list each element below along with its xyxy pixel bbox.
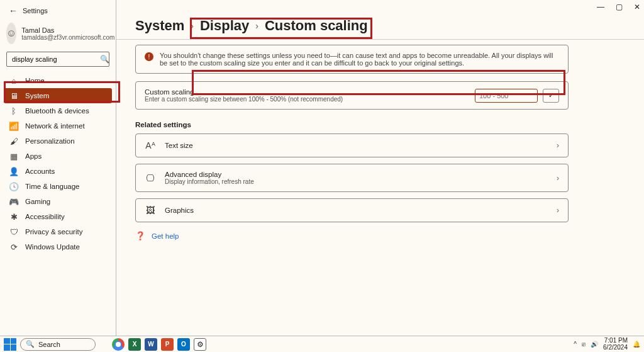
sidebar-item-apps[interactable]: ▦Apps (4, 149, 112, 164)
taskbar-time: 7:01 PM (604, 338, 628, 344)
taskbar-excel-icon[interactable]: X (128, 338, 141, 351)
nav-label: Windows Update (25, 243, 80, 251)
nav-icon: 👤 (9, 167, 19, 176)
related-title: Advanced display (165, 171, 548, 178)
custom-scaling-card: Custom scaling Enter a custom scaling si… (135, 81, 569, 110)
warning-text: You shouldn't change these settings unle… (160, 52, 559, 67)
breadcrumb-custom-scaling: Custom scaling (265, 18, 368, 34)
search-icon: 🔍 (26, 340, 35, 348)
tray-display-icon[interactable]: ⎚ (582, 341, 586, 348)
nav-label: Home (25, 77, 45, 84)
nav-label: Privacy & security (25, 228, 82, 236)
nav-icon: 📶 (9, 122, 19, 131)
search-input[interactable] (11, 55, 100, 64)
search-input-wrapper[interactable]: 🔍 (6, 52, 109, 67)
taskbar-date: 6/2/2024 (603, 344, 628, 351)
nav-icon: 🖌 (9, 137, 19, 146)
nav-icon: ⟳ (9, 242, 19, 252)
related-icon: 🖼 (145, 205, 156, 215)
sidebar-item-network-internet[interactable]: 📶Network & internet (4, 118, 112, 133)
nav-label: Network & internet (25, 122, 85, 130)
back-button[interactable]: ← (9, 6, 18, 16)
taskbar-search-label: Search (38, 341, 60, 348)
sidebar-item-privacy-security[interactable]: 🛡Privacy & security (4, 224, 112, 239)
taskbar-outlook-icon[interactable]: O (177, 338, 190, 351)
chevron-right-icon: › (557, 206, 559, 215)
avatar: ☺ (6, 23, 16, 44)
main-panel: — ▢ ✕ System › Display › Custom scaling … (116, 0, 644, 336)
sidebar: ← Settings ☺ Tamal Das tamaldas@zf3vr.on… (0, 0, 116, 336)
nav-icon: ᛒ (9, 106, 19, 116)
related-title: Text size (165, 142, 548, 149)
minimize-button[interactable]: — (597, 3, 604, 11)
related-title: Graphics (165, 207, 548, 214)
related-icon: Aᴬ (145, 140, 156, 150)
window-title: Settings (23, 7, 48, 14)
nav-label: Personalization (25, 137, 75, 145)
get-help-link[interactable]: Get help (152, 232, 179, 240)
taskbar-word-icon[interactable]: W (145, 338, 157, 351)
user-account[interactable]: ☺ Tamal Das tamaldas@zf3vr.onmicrosoft.c… (0, 18, 116, 52)
related-graphics[interactable]: 🖼Graphics› (135, 198, 569, 222)
close-button[interactable]: ✕ (634, 3, 640, 11)
sidebar-item-gaming[interactable]: 🎮Gaming (4, 194, 112, 209)
taskbar: 🔍 Search X W P O ⚙ ^ ⎚ 🔊 7:01 PM 6/2/202… (0, 336, 644, 352)
custom-scaling-title: Custom scaling (145, 88, 343, 96)
breadcrumb-display[interactable]: Display (200, 18, 249, 34)
start-button[interactable] (4, 338, 16, 351)
chevron-right-icon: › (255, 21, 258, 31)
nav-icon: ▦ (9, 152, 19, 161)
taskbar-chrome-icon[interactable] (112, 338, 125, 351)
sidebar-item-home[interactable]: ⌂Home (4, 73, 112, 88)
taskbar-settings-icon[interactable]: ⚙ (194, 338, 206, 351)
sidebar-item-accessibility[interactable]: ✱Accessibility (4, 209, 112, 224)
related-text-size[interactable]: AᴬText size› (135, 133, 569, 157)
nav-label: Time & language (25, 183, 80, 190)
search-icon: 🔍 (100, 55, 109, 64)
warning-icon: ! (145, 52, 153, 61)
nav-label: Accounts (25, 167, 55, 175)
sidebar-item-windows-update[interactable]: ⟳Windows Update (4, 239, 112, 254)
nav-icon: ✱ (9, 212, 19, 222)
nav-icon: 🛡 (9, 227, 19, 237)
user-name: Tamal Das (21, 26, 114, 34)
tray-notifications-icon[interactable]: 🔔 (633, 341, 640, 348)
breadcrumb-system[interactable]: System (135, 18, 184, 34)
taskbar-search[interactable]: 🔍 Search (20, 338, 96, 351)
breadcrumb: System › Display › Custom scaling (135, 18, 631, 34)
chevron-right-icon: › (557, 141, 559, 150)
nav-label: Apps (25, 152, 42, 160)
nav-label: Gaming (25, 198, 50, 205)
custom-scaling-input[interactable] (475, 89, 538, 103)
sidebar-item-accounts[interactable]: 👤Accounts (4, 164, 112, 179)
apply-button[interactable]: ✓ (543, 89, 559, 103)
related-advanced-display[interactable]: 🖵Advanced displayDisplay information, re… (135, 164, 569, 192)
sidebar-item-personalization[interactable]: 🖌Personalization (4, 133, 112, 149)
nav-label: Accessibility (25, 213, 65, 220)
related-subtitle: Display information, refresh rate (165, 178, 548, 185)
chevron-right-icon: › (557, 174, 559, 183)
nav-list: ⌂Home🖥SystemᛒBluetooth & devices📶Network… (0, 73, 116, 254)
nav-icon: ⌂ (9, 76, 19, 86)
chevron-right-icon: › (191, 21, 194, 31)
nav-icon: 🖥 (9, 91, 19, 101)
taskbar-clock[interactable]: 7:01 PM 6/2/2024 (603, 338, 628, 351)
custom-scaling-subtitle: Enter a custom scaling size between 100%… (145, 96, 343, 103)
related-icon: 🖵 (145, 173, 156, 183)
nav-icon: 🎮 (9, 197, 19, 207)
sidebar-item-time-language[interactable]: 🕓Time & language (4, 179, 112, 194)
sidebar-item-system[interactable]: 🖥System (4, 88, 112, 103)
related-settings-heading: Related settings (135, 121, 569, 128)
taskbar-powerpoint-icon[interactable]: P (161, 338, 174, 351)
user-email: tamaldas@zf3vr.onmicrosoft.com (21, 34, 114, 41)
nav-label: System (25, 92, 49, 99)
warning-banner: ! You shouldn't change these settings un… (135, 45, 569, 74)
sidebar-item-bluetooth-devices[interactable]: ᛒBluetooth & devices (4, 103, 112, 118)
maximize-button[interactable]: ▢ (616, 3, 623, 11)
help-icon: ❓ (135, 231, 145, 241)
nav-label: Bluetooth & devices (25, 107, 89, 115)
tray-volume-icon[interactable]: 🔊 (591, 341, 598, 348)
nav-icon: 🕓 (9, 182, 19, 191)
tray-chevron-icon[interactable]: ^ (574, 341, 577, 348)
